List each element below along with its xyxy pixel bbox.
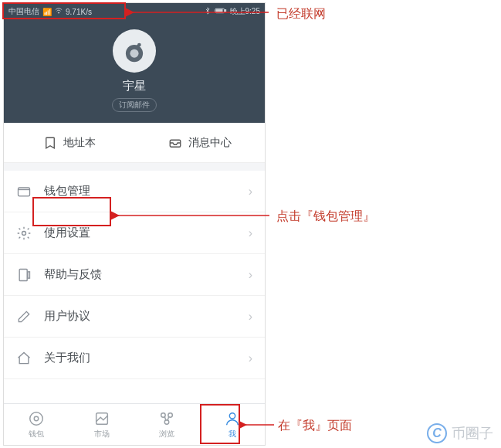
svg-rect-7 xyxy=(137,45,138,49)
menu-help-feedback[interactable]: 帮助与反馈 › xyxy=(4,254,265,296)
status-time: 晚上9:25 xyxy=(230,6,260,17)
chevron-right-icon: › xyxy=(249,351,252,365)
nav-label: 我 xyxy=(228,429,236,440)
menu-wallet-manage[interactable]: 钱包管理 › xyxy=(4,171,265,212)
watermark: C 币圈子 xyxy=(427,423,493,443)
carrier-label: 中国电信 xyxy=(8,6,39,17)
nav-wallet[interactable]: 钱包 xyxy=(4,404,69,445)
wifi-icon xyxy=(55,7,63,16)
bottom-nav: 钱包 市场 浏览 我 xyxy=(4,403,265,445)
nav-browse[interactable]: 浏览 xyxy=(134,404,200,445)
battery-icon xyxy=(215,7,227,16)
annotation-text-network: 已经联网 xyxy=(276,6,326,22)
svg-rect-11 xyxy=(19,269,27,280)
address-book-button[interactable]: 地址本 xyxy=(4,123,134,162)
nav-market[interactable]: 市场 xyxy=(69,404,135,445)
menu-label: 钱包管理 xyxy=(44,184,249,199)
svg-point-10 xyxy=(22,231,26,235)
wallet-nav-icon xyxy=(28,410,45,427)
svg-rect-3 xyxy=(216,10,222,12)
menu-user-agreement[interactable]: 用户协议 › xyxy=(4,296,265,338)
bookmark-icon xyxy=(43,136,57,150)
menu-label: 关于我们 xyxy=(44,351,249,365)
chevron-right-icon: › xyxy=(249,268,252,282)
svg-point-19 xyxy=(229,412,235,418)
menu-about-us[interactable]: 关于我们 › xyxy=(4,338,265,379)
username-label: 宇星 xyxy=(123,79,146,93)
status-left: 中国电信 📶 9.71K/s xyxy=(8,6,92,17)
message-center-button[interactable]: 消息中心 xyxy=(134,123,265,162)
chevron-right-icon: › xyxy=(249,310,252,324)
phone-screen: 中国电信 📶 9.71K/s 晚上9:25 宇 xyxy=(3,2,266,446)
nav-label: 钱包 xyxy=(29,429,44,440)
gear-icon xyxy=(16,226,32,241)
address-book-label: 地址本 xyxy=(63,136,96,150)
home-icon xyxy=(16,351,32,366)
signal-icon: 📶 xyxy=(42,8,52,16)
status-right: 晚上9:25 xyxy=(204,6,260,17)
svg-point-18 xyxy=(165,419,170,424)
svg-point-5 xyxy=(130,49,138,58)
chevron-right-icon: › xyxy=(249,226,252,240)
wallet-icon xyxy=(16,184,32,199)
svg-point-14 xyxy=(35,416,39,421)
menu-settings[interactable]: 使用设置 › xyxy=(4,212,265,254)
annotation-text-wallet-click: 点击『钱包管理』 xyxy=(276,209,375,225)
menu-label: 帮助与反馈 xyxy=(44,267,249,282)
menu-label: 用户协议 xyxy=(44,309,249,324)
market-nav-icon xyxy=(93,410,110,427)
profile-header: 宇星 订阅邮件 xyxy=(4,20,265,123)
svg-rect-2 xyxy=(225,10,225,12)
avatar[interactable] xyxy=(113,29,156,73)
nav-me[interactable]: 我 xyxy=(200,404,266,445)
watermark-logo-icon: C xyxy=(427,423,447,443)
user-nav-icon xyxy=(224,410,241,427)
svg-point-0 xyxy=(58,12,59,13)
document-icon xyxy=(16,267,32,283)
svg-rect-8 xyxy=(170,140,181,147)
settings-menu-list: 钱包管理 › 使用设置 › 帮助与反馈 › 用户协议 › xyxy=(4,171,265,379)
inbox-icon xyxy=(168,136,182,150)
menu-label: 使用设置 xyxy=(44,226,249,240)
bluetooth-icon xyxy=(204,7,212,16)
watermark-text: 币圈子 xyxy=(452,424,493,443)
nav-label: 浏览 xyxy=(159,429,174,440)
nav-label: 市场 xyxy=(94,429,110,440)
avatar-image-icon xyxy=(120,36,149,66)
quick-links-row: 地址本 消息中心 xyxy=(4,123,265,163)
browse-nav-icon xyxy=(158,410,175,427)
edit-icon xyxy=(16,309,32,324)
subscribe-mail-button[interactable]: 订阅邮件 xyxy=(112,98,157,112)
chevron-right-icon: › xyxy=(249,185,252,199)
net-speed: 9.71K/s xyxy=(66,8,92,16)
annotation-text-me-page: 在『我』页面 xyxy=(278,418,352,434)
message-center-label: 消息中心 xyxy=(188,136,232,150)
svg-point-13 xyxy=(30,412,43,425)
section-divider xyxy=(4,163,265,171)
svg-rect-9 xyxy=(19,188,30,196)
svg-rect-12 xyxy=(28,271,30,277)
status-bar: 中国电信 📶 9.71K/s 晚上9:25 xyxy=(4,3,265,20)
